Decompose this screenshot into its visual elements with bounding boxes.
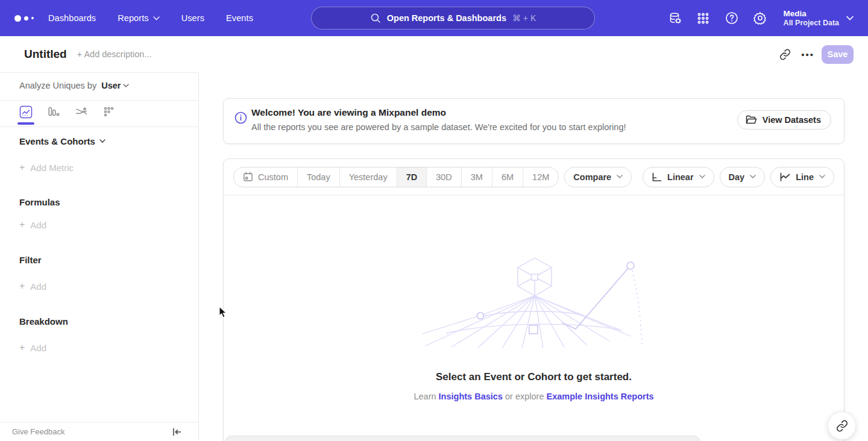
info-icon — [234, 111, 247, 124]
tab-bar-chart[interactable] — [47, 105, 60, 119]
tab-metrics-grid[interactable] — [102, 105, 116, 119]
project-switcher[interactable]: Media All Project Data — [784, 8, 854, 28]
analyze-label: Analyze Uniques by — [19, 81, 96, 90]
chevron-down-icon — [750, 175, 756, 179]
give-feedback-link[interactable]: Give Feedback — [12, 427, 64, 436]
collapse-sidebar-button[interactable] — [172, 428, 181, 436]
add-label: Add — [30, 281, 46, 292]
mixpanel-logo-icon[interactable] — [14, 15, 42, 22]
events-cohorts-section-title[interactable]: Events & Cohorts — [19, 136, 105, 146]
nav-item-users[interactable]: Users — [181, 8, 204, 28]
nav-item-dashboards[interactable]: Dashboards — [48, 8, 96, 28]
chevron-down-icon — [846, 16, 854, 20]
date-range-6m[interactable]: 6M — [492, 167, 523, 187]
date-range-label: 6M — [502, 172, 514, 182]
main-content: Welcome! You are viewing a Mixpanel demo… — [199, 72, 868, 441]
date-range-3m[interactable]: 3M — [461, 167, 492, 187]
section-title-label: Events & Cohorts — [19, 136, 95, 146]
tab-flows[interactable] — [75, 105, 88, 119]
add-metric-label: Add Metric — [30, 163, 74, 173]
link-icon — [836, 420, 848, 432]
top-navbar: Dashboards Reports Users Events Open Rep… — [0, 0, 868, 36]
analyze-row: Analyze Uniques by User — [19, 81, 129, 90]
global-search-button[interactable]: Open Reports & Dashboards ⌘ + K — [311, 7, 595, 30]
compare-button[interactable]: Compare — [564, 167, 632, 187]
banner-subtitle: All the reports you see are powered by a… — [251, 122, 626, 132]
analyze-value: User — [101, 81, 121, 90]
report-header: Untitled + Add description... ••• Save — [0, 36, 868, 72]
more-options-button[interactable]: ••• — [801, 49, 814, 60]
project-scope: All Project Data — [784, 19, 839, 28]
date-range-label: Custom — [258, 172, 288, 182]
nav-item-events[interactable]: Events — [226, 8, 253, 28]
line-chart-icon — [779, 172, 791, 182]
view-datasets-button[interactable]: View Datasets — [737, 110, 831, 130]
nav-item-label: Events — [226, 13, 253, 23]
empty-state-illustration — [423, 257, 647, 348]
share-link-fab[interactable] — [828, 411, 856, 440]
divider — [0, 127, 199, 127]
plus-icon: + — [19, 342, 25, 353]
date-range-12m[interactable]: 12M — [523, 167, 558, 187]
nav-item-label: Users — [181, 13, 204, 23]
date-range-30d[interactable]: 30D — [426, 167, 461, 187]
date-range-label: 12M — [532, 172, 549, 182]
example-insights-reports-link[interactable]: Example Insights Reports — [546, 392, 653, 401]
chart-type-dropdown[interactable]: Line — [770, 167, 834, 187]
collapsed-bottom-panel[interactable] — [224, 436, 701, 441]
date-range-7d[interactable]: 7D — [397, 167, 427, 187]
query-builder-sidebar: Analyze Uniques by User — [0, 72, 199, 441]
scale-dropdown[interactable]: Linear — [643, 167, 714, 187]
date-range-label: 3M — [471, 172, 483, 182]
chevron-down-icon — [819, 175, 825, 179]
date-range-yesterday[interactable]: Yesterday — [339, 167, 397, 187]
active-tab-indicator — [17, 122, 34, 125]
settings-gear-icon[interactable] — [753, 11, 767, 25]
save-button[interactable]: Save — [822, 45, 854, 64]
sidebar-footer: Give Feedback — [0, 422, 198, 441]
tab-insights-line[interactable] — [19, 105, 33, 119]
insights-report-card: Custom Today Yesterday 7D 30D 3M 6M 12M … — [223, 158, 844, 441]
add-filter-button[interactable]: + Add — [19, 281, 46, 292]
copy-link-button[interactable] — [775, 44, 795, 64]
interval-label: Day — [729, 172, 745, 182]
folder-icon — [746, 115, 757, 125]
breakdown-section-title: Breakdown — [19, 316, 68, 327]
help-icon[interactable] — [725, 11, 739, 25]
learn-prefix: Learn — [414, 392, 438, 401]
add-breakdown-button[interactable]: + Add — [19, 342, 46, 353]
section-title-label: Formulas — [19, 197, 60, 207]
interval-dropdown[interactable]: Day — [720, 167, 766, 187]
empty-state-title: Select an Event or Cohort to get started… — [224, 371, 844, 383]
report-description-placeholder[interactable]: + Add description... — [77, 49, 152, 59]
date-range-today[interactable]: Today — [297, 167, 339, 187]
nav-item-reports[interactable]: Reports — [118, 8, 159, 28]
add-label: Add — [30, 220, 46, 230]
chart-controls-row: Custom Today Yesterday 7D 30D 3M 6M 12M … — [224, 159, 844, 195]
add-label: Add — [30, 343, 46, 353]
compare-label: Compare — [573, 172, 611, 182]
collapse-left-icon — [172, 428, 181, 436]
middle-text: or explore — [503, 392, 547, 401]
chevron-down-icon — [123, 84, 129, 88]
report-title[interactable]: Untitled — [24, 48, 67, 61]
section-title-label: Breakdown — [19, 316, 68, 327]
filter-section-title: Filter — [19, 255, 42, 265]
add-metric-button[interactable]: + Add Metric — [19, 162, 74, 173]
date-range-custom[interactable]: Custom — [234, 167, 297, 187]
chart-type-label: Line — [796, 172, 814, 182]
linear-axis-icon — [652, 172, 662, 182]
chart-display-controls: Linear Day Line — [643, 167, 834, 187]
analyze-by-dropdown[interactable]: User — [101, 81, 129, 90]
add-formula-button[interactable]: + Add — [19, 219, 46, 230]
plus-icon: + — [19, 281, 25, 292]
section-title-label: Filter — [19, 255, 42, 265]
scale-label: Linear — [667, 172, 694, 182]
data-management-icon[interactable] — [668, 11, 682, 25]
chevron-down-icon — [617, 175, 623, 179]
navbar-right: Media All Project Data — [668, 0, 854, 36]
welcome-banner: Welcome! You are viewing a Mixpanel demo… — [223, 98, 844, 144]
search-shortcut: ⌘ + K — [512, 13, 536, 23]
apps-grid-icon[interactable] — [696, 11, 711, 25]
insights-basics-link[interactable]: Insights Basics — [439, 392, 503, 401]
